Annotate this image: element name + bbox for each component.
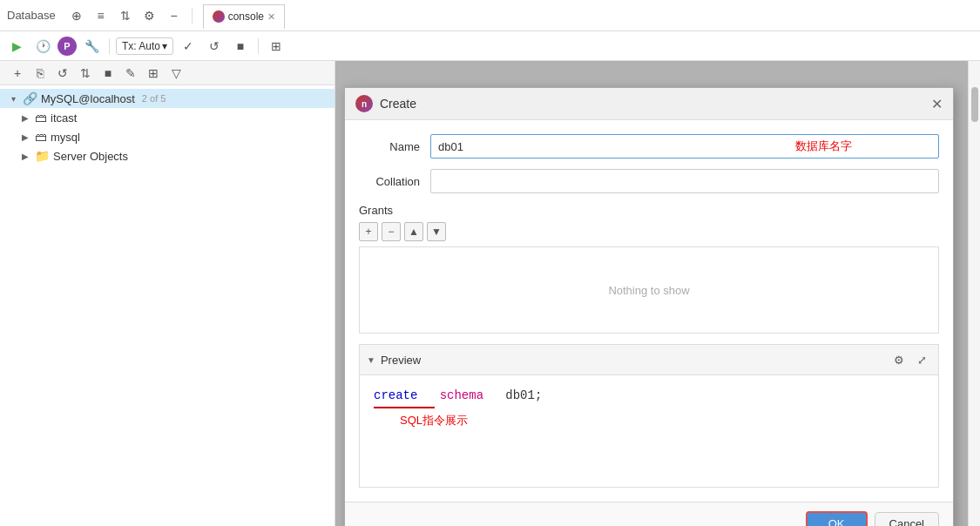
dialog-title: Create [380, 97, 416, 111]
expand-icon-itcast: ▶ [19, 113, 31, 123]
grid-btn[interactable]: ⊞ [265, 35, 287, 57]
dialog-overlay: n Create ✕ Name 数据库名字 [335, 61, 980, 526]
dialog-body: Name 数据库名字 Collation [345, 120, 953, 502]
tx-chevron-icon: ▾ [162, 40, 167, 52]
preview-settings-btn[interactable]: ⚙ [889, 350, 909, 369]
sidebar-stop-btn[interactable]: ■ [98, 63, 118, 84]
tree-label-server-objects: Server Objects [53, 150, 128, 163]
preview-section: ▼ Preview ⚙ ⤢ create [359, 344, 939, 488]
name-input[interactable] [430, 134, 939, 158]
name-row: Name 数据库名字 [359, 134, 939, 158]
grants-toolbar: + − ▲ ▼ [359, 222, 939, 241]
sep3 [258, 38, 259, 54]
grants-down-btn[interactable]: ▼ [427, 222, 446, 241]
tree-item-itcast[interactable]: ▶ 🗃 itcast [0, 108, 335, 127]
cancel-button[interactable]: Cancel [875, 512, 939, 526]
grants-add-btn[interactable]: + [359, 222, 378, 241]
stop-btn[interactable]: ■ [229, 35, 252, 57]
code-annotation: SQL指令展示 [400, 412, 924, 430]
minimize-btn[interactable]: − [164, 5, 185, 26]
preview-title: Preview [381, 354, 421, 367]
create-dialog: n Create ✕ Name 数据库名字 [344, 87, 954, 526]
ok-button[interactable]: OK [806, 511, 868, 526]
sidebar-filter-btn[interactable]: ▽ [166, 63, 186, 84]
preview-expand-icon: ▼ [367, 355, 375, 365]
grants-area: Nothing to show [359, 246, 939, 334]
grants-up-btn[interactable]: ▲ [404, 222, 423, 241]
preview-tools: ⚙ ⤢ [889, 350, 931, 369]
split-btn[interactable]: ⇅ [115, 5, 136, 26]
grants-remove-btn[interactable]: − [382, 222, 401, 241]
collation-row: Collation [359, 169, 939, 193]
tab-console-label: console [228, 10, 264, 23]
code-kw-schema: schema [440, 388, 483, 402]
code-kw-create: create [374, 388, 417, 402]
sync-btn[interactable]: ≡ [91, 5, 112, 26]
exec-toolbar: ▶ 🕐 P 🔧 Tx: Auto ▾ ✓ ↺ ■ ⊞ [0, 31, 980, 61]
tree: ▾ 🔗 MySQL@localhost 2 of 5 ▶ 🗃 itcast ▶ … [0, 85, 335, 526]
tree-label-mysql: mysql [51, 131, 80, 144]
tab-console[interactable]: console ✕ [203, 4, 285, 29]
expand-icon-server-objects: ▶ [19, 152, 31, 161]
tree-item-label: MySQL@localhost [41, 92, 135, 105]
db-icon-mysql: 🗃 [35, 130, 47, 144]
dialog-close-btn[interactable]: ✕ [931, 96, 943, 112]
run-btn[interactable]: ▶ [5, 35, 28, 57]
sep1 [192, 8, 193, 24]
tx-dropdown[interactable]: Tx: Auto ▾ [116, 37, 173, 55]
tree-item-server-objects[interactable]: ▶ 📁 Server Objects [0, 146, 335, 165]
panel-title: Database [7, 9, 56, 22]
preview-external-btn[interactable]: ⤢ [912, 350, 931, 369]
name-label: Name [359, 140, 420, 153]
sidebar: + ⎘ ↺ ⇅ ■ ✎ ⊞ ▽ ▾ 🔗 MySQL@localhost 2 of… [0, 61, 335, 526]
name-input-container: 数据库名字 [430, 134, 939, 158]
sidebar-table-btn[interactable]: ⊞ [143, 63, 164, 84]
dialog-scrollbar[interactable] [968, 61, 980, 526]
dialog-header: n Create ✕ [345, 88, 953, 120]
tx-label: Tx: Auto [122, 40, 160, 52]
tree-label-itcast: itcast [51, 111, 77, 125]
db-icon-itcast: 🗃 [35, 111, 47, 125]
sidebar-edit-btn[interactable]: ✎ [120, 63, 141, 84]
sidebar-header: + ⎘ ↺ ⇅ ■ ✎ ⊞ ▽ [0, 61, 335, 85]
scrollbar-thumb [971, 87, 978, 122]
code-ident-db01: db01; [505, 388, 542, 402]
tree-item-mysql-localhost[interactable]: ▾ 🔗 MySQL@localhost 2 of 5 [0, 89, 335, 108]
tree-item-mysql[interactable]: ▶ 🗃 mysql [0, 127, 335, 146]
check-btn[interactable]: ✓ [177, 35, 199, 57]
dialog-title-row: n Create [355, 95, 416, 112]
expand-icon-mysql: ▶ [19, 132, 31, 142]
preview-header: ▼ Preview ⚙ ⤢ [359, 344, 939, 374]
collation-input[interactable] [430, 169, 939, 193]
grants-label: Grants [359, 204, 939, 217]
main-panel: n Create ✕ Name 数据库名字 [335, 61, 980, 526]
sidebar-add-btn[interactable]: + [7, 63, 28, 84]
grants-empty-text: Nothing to show [608, 284, 689, 297]
history-btn[interactable]: 🕐 [31, 35, 54, 57]
sep2 [109, 38, 110, 54]
grants-section: Grants + − ▲ ▼ Nothing to show [359, 204, 939, 334]
tab-close-icon[interactable]: ✕ [267, 11, 275, 23]
sidebar-tools: + ⎘ ↺ ⇅ ■ ✎ ⊞ ▽ [7, 63, 186, 84]
dialog-icon: n [355, 95, 373, 112]
settings-btn[interactable]: ⚙ [139, 5, 160, 26]
sidebar-diff-btn[interactable]: ⇅ [75, 63, 96, 84]
tree-item-count: 2 of 5 [142, 93, 166, 104]
wrench-btn[interactable]: 🔧 [80, 35, 103, 57]
dialog-footer: OK Cancel [345, 502, 953, 526]
folder-icon-server-objects: 📁 [35, 149, 50, 163]
expand-icon: ▾ [7, 94, 19, 104]
sidebar-copy-btn[interactable]: ⎘ [30, 63, 51, 84]
preview-code-block: create schema db01; SQL指令展示 [359, 374, 939, 488]
add-btn[interactable]: ⊕ [66, 5, 87, 26]
undo-btn[interactable]: ↺ [203, 35, 226, 57]
collation-label: Collation [359, 175, 420, 188]
sidebar-refresh-btn[interactable]: ↺ [52, 63, 73, 84]
profile-btn[interactable]: P [57, 37, 77, 56]
preview-title-toggle[interactable]: ▼ Preview [367, 354, 421, 367]
db-icon: 🔗 [23, 91, 37, 105]
